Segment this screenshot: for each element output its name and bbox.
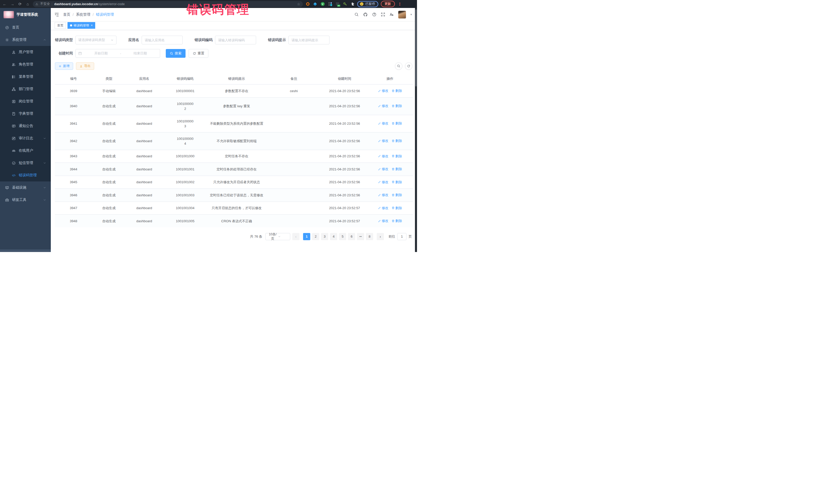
back-icon[interactable]: ← [2, 0, 7, 8]
edit-link[interactable]: 修改 [378, 154, 389, 159]
page-size-select[interactable]: 10条/页 [265, 233, 290, 240]
url-text[interactable]: dashboard.yudao.iocoder.cn/system/error-… [54, 2, 125, 6]
sidebar-item-audit-log[interactable]: 审计日志 [0, 132, 51, 145]
blue-gem-extension-icon[interactable] [313, 2, 317, 6]
add-button[interactable]: 新增 [55, 62, 73, 70]
grid-extension-icon[interactable] [328, 2, 332, 6]
sidebar-item-user-management[interactable]: 用户管理 [0, 46, 51, 58]
edit-link[interactable]: 修改 [378, 205, 389, 211]
cell-remark [266, 189, 322, 202]
delete-link[interactable]: 删除 [392, 104, 402, 108]
orange-ring-extension-icon[interactable] [305, 2, 310, 6]
reset-button[interactable]: 重置 [189, 49, 208, 58]
sidebar-item-post-management[interactable]: 岗位管理 [0, 95, 51, 108]
kebab-menu-icon[interactable]: ⋮ [397, 2, 402, 6]
sidebar-item-infrastructure[interactable]: 基础设施 [0, 181, 51, 194]
cell-message: 不允许获取敏感配置到前端 [207, 132, 266, 150]
show-search-button[interactable] [395, 62, 402, 70]
edit-link[interactable]: 修改 [378, 88, 389, 93]
delete-link[interactable]: 删除 [392, 121, 402, 126]
key-extension-icon[interactable] [343, 2, 347, 6]
page-button-5[interactable]: 5 [339, 233, 346, 240]
page-button-8[interactable]: 8 [366, 233, 373, 240]
start-date-placeholder[interactable]: 开始日期 [84, 51, 118, 56]
error-code-type-select[interactable]: 请选择错误码类型 [75, 36, 116, 44]
browser-update-button[interactable]: 更新 [381, 1, 395, 7]
delete-link[interactable]: 删除 [392, 167, 402, 171]
app-name-input[interactable] [142, 36, 183, 44]
user-menu-caret-icon[interactable]: ▾ [410, 13, 412, 16]
sidebar-item-online-users[interactable]: 在线用户 [0, 145, 51, 157]
sidebar-item-error-code-management[interactable]: 错误码管理 [0, 169, 51, 181]
date-range-picker[interactable]: 开始日期 - 结束日期 [75, 49, 160, 58]
bookmark-star-icon[interactable]: ☆ [297, 2, 300, 6]
vue-devtools-extension-icon[interactable]: V [320, 2, 325, 6]
paused-extension-badge[interactable]: 已暂停 [357, 1, 378, 7]
edit-link[interactable]: 修改 [378, 218, 389, 223]
cell-created: 2021-04-20 23:52:56 [322, 84, 367, 97]
sidebar-item-sms-management[interactable]: 短信管理 [0, 157, 51, 169]
end-date-placeholder[interactable]: 结束日期 [123, 51, 157, 56]
tab-error-code-management[interactable]: 错误码管理× [67, 22, 95, 29]
delete-link[interactable]: 删除 [392, 154, 402, 159]
delete-link[interactable]: 删除 [392, 205, 402, 211]
delete-link[interactable]: 删除 [392, 88, 402, 93]
cell-code: 1001001005 [163, 215, 207, 227]
refresh-table-button[interactable] [405, 62, 412, 70]
puzzle-extension-icon[interactable] [350, 2, 355, 6]
page-button-1[interactable]: 1 [303, 233, 310, 240]
sidebar-item-notice-announcement[interactable]: 通知公告 [0, 120, 51, 132]
filter-row-2: 创建时间 开始日期 - 结束日期 [55, 49, 413, 58]
forward-icon[interactable]: → [10, 0, 15, 8]
user-avatar[interactable] [398, 11, 406, 19]
breadcrumb-item: 错误码管理 [96, 12, 114, 17]
switch-on-extension-icon[interactable]: on [335, 2, 340, 6]
breadcrumb-item[interactable]: 系统管理 [76, 12, 90, 17]
search-button[interactable]: 搜索 [166, 49, 185, 58]
github-icon[interactable] [363, 12, 368, 17]
edit-link[interactable]: 修改 [378, 121, 389, 126]
fullscreen-icon[interactable] [381, 12, 385, 17]
delete-link[interactable]: 删除 [392, 193, 402, 197]
prev-page-button[interactable]: ‹ [292, 233, 300, 240]
tab-home[interactable]: 首页 [54, 22, 66, 29]
security-badge[interactable]: 不安全 [40, 2, 50, 6]
delete-link[interactable]: 删除 [392, 180, 402, 184]
reload-icon[interactable]: ⟳ [18, 0, 23, 8]
sidebar-item-home[interactable]: 首页 [0, 21, 51, 34]
sidebar-item-dev-tools[interactable]: 研发工具 [0, 194, 51, 206]
export-button[interactable]: 导出 [76, 62, 94, 70]
delete-link[interactable]: 删除 [392, 138, 402, 143]
tab-close-icon[interactable]: × [91, 24, 93, 27]
sidebar-item-department-management[interactable]: 部门管理 [0, 83, 51, 95]
sidebar-item-dict-management[interactable]: 字典管理 [0, 108, 51, 120]
sidebar-item-menu-management[interactable]: 菜单管理 [0, 70, 51, 83]
scrollbar-thumb[interactable] [415, 9, 417, 86]
address-bar[interactable]: ⚠ 不安全 dashboard.yudao.iocoder.cn/system/… [33, 1, 303, 7]
page-button-6[interactable]: 6 [348, 233, 355, 240]
edit-link[interactable]: 修改 [378, 104, 389, 108]
cell-id: 3940 [55, 97, 92, 115]
page-button-2[interactable]: 2 [312, 233, 319, 240]
sidebar-item-system-management[interactable]: 系统管理 [0, 34, 51, 46]
edit-link[interactable]: 修改 [378, 193, 389, 197]
page-button-3[interactable]: 3 [321, 233, 328, 240]
help-icon[interactable] [372, 12, 376, 17]
error-message-input[interactable] [288, 36, 329, 44]
home-icon[interactable]: ⌂ [25, 0, 30, 8]
font-size-icon[interactable] [390, 12, 394, 17]
page-button-4[interactable]: 4 [330, 233, 337, 240]
goto-page-input[interactable] [397, 233, 407, 240]
error-code-input[interactable] [215, 36, 256, 44]
search-icon[interactable] [354, 12, 359, 17]
more-pages-button[interactable]: ••• [357, 233, 364, 240]
next-page-button[interactable]: › [377, 233, 384, 240]
edit-link[interactable]: 修改 [378, 138, 389, 143]
edit-link[interactable]: 修改 [378, 167, 389, 171]
cell-app: dashboard [126, 150, 163, 163]
delete-link[interactable]: 删除 [392, 218, 402, 223]
sidebar-item-role-management[interactable]: 角色管理 [0, 58, 51, 70]
breadcrumb-item[interactable]: 首页 [63, 12, 70, 17]
edit-link[interactable]: 修改 [378, 180, 389, 184]
sidebar-collapse-icon[interactable] [54, 12, 59, 17]
